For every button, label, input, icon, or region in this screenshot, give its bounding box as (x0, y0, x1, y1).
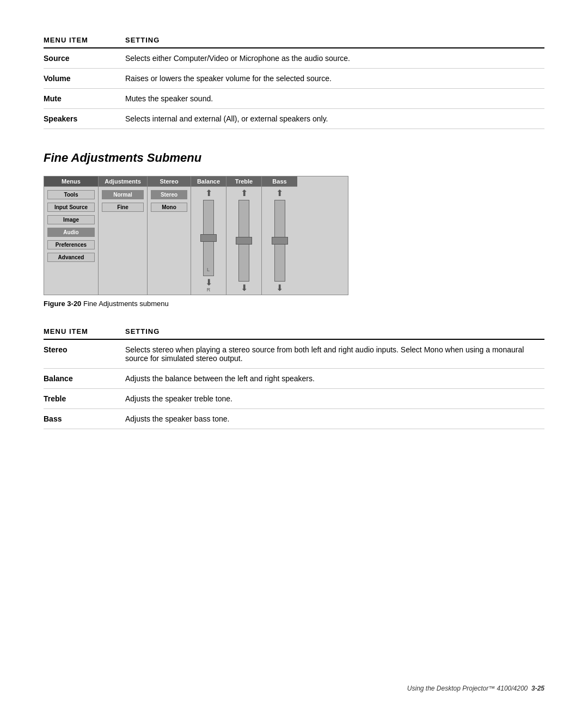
balance-slider-area: ⬆ L ⬇ R (191, 187, 226, 295)
balance-thumb[interactable] (200, 234, 217, 242)
setting-text: Raises or lowers the speaker volume for … (114, 69, 544, 89)
menus-panel: Menus ToolsInput SourceImageAudioPrefere… (44, 176, 99, 295)
setting-text: Adjusts the speaker bass tone. (114, 409, 544, 429)
menu-item-label: Source (44, 48, 114, 69)
menu-item-label: Stereo (44, 339, 114, 369)
adj-item[interactable]: Normal (102, 190, 144, 199)
menu-item-btn[interactable]: Preferences (47, 240, 95, 249)
fine-adjustments-diagram: Menus ToolsInput SourceImageAudioPrefere… (44, 176, 348, 295)
setting-text: Adjusts the balance between the left and… (114, 369, 544, 389)
adj-items: NormalFine (99, 187, 147, 215)
bass-panel: Bass ⬆ ⬇ (262, 176, 297, 295)
adj-item[interactable]: Fine (102, 203, 144, 212)
treble-panel: Treble ⬆ ⬇ (226, 176, 262, 295)
figure-text: Fine Adjustments submenu (83, 300, 169, 308)
menu-item-btn[interactable]: Audio (47, 228, 95, 237)
stereo-header: Stereo (148, 176, 191, 187)
balance-panel: Balance ⬆ L ⬇ R (191, 176, 226, 295)
treble-arrow-down: ⬇ (241, 284, 248, 292)
menus-header: Menus (44, 176, 98, 187)
stereo-item[interactable]: Stereo (151, 190, 187, 199)
menu-item-btn[interactable]: Advanced (47, 253, 95, 262)
table-row: Mute Mutes the speaker sound. (44, 89, 544, 109)
menu-item-label: Volume (44, 69, 114, 89)
table-row: Treble Adjusts the speaker treble tone. (44, 389, 544, 409)
balance-arrow-down: ⬇ (205, 278, 212, 287)
treble-slider-area: ⬆ ⬇ (226, 187, 261, 295)
menu-item-label: Mute (44, 89, 114, 109)
setting-text: Mutes the speaker sound. (114, 89, 544, 109)
balance-arrow-up: ⬆ (205, 189, 212, 198)
bottom-col1-header: MENU ITEM (44, 324, 114, 339)
figure-number: Figure 3-20 (44, 300, 81, 308)
bass-thumb[interactable] (272, 237, 288, 245)
bass-slider-area: ⬆ ⬇ (262, 187, 297, 295)
bass-track (274, 200, 285, 282)
bass-arrow-up: ⬆ (276, 189, 283, 198)
section-heading: Fine Adjustments Submenu (44, 151, 544, 165)
setting-text: Selects internal and external (All), or … (114, 109, 544, 129)
table-row: Speakers Selects internal and external (… (44, 109, 544, 129)
setting-text: Selects stereo when playing a stereo sou… (114, 339, 544, 369)
menu-item-label: Balance (44, 369, 114, 389)
figure-caption: Figure 3-20 Fine Adjustments submenu (44, 300, 544, 308)
table-row: Balance Adjusts the balance between the … (44, 369, 544, 389)
menus-items: ToolsInput SourceImageAudioPreferencesAd… (44, 187, 98, 265)
treble-thumb[interactable] (236, 237, 252, 245)
footer-text: Using the Desktop Projector™ 4100/4200 (407, 685, 528, 692)
top-menu-table: MENU ITEM SETTING Source Selects either … (44, 33, 544, 129)
footer-page: 3-25 (531, 685, 544, 692)
setting-text: Selects either Computer/Video or Microph… (114, 48, 544, 69)
setting-text: Adjusts the speaker treble tone. (114, 389, 544, 409)
adjustments-panel: Adjustments NormalFine (99, 176, 148, 295)
table-row: Source Selects either Computer/Video or … (44, 48, 544, 69)
table-row: Volume Raises or lowers the speaker volu… (44, 69, 544, 89)
balance-label-r: R (207, 287, 211, 292)
top-col2-header: SETTING (114, 33, 544, 48)
menu-item-btn[interactable]: Input Source (47, 203, 95, 212)
stereo-item[interactable]: Mono (151, 203, 187, 212)
bass-arrow-down: ⬇ (276, 284, 283, 292)
adjustments-header: Adjustments (99, 176, 147, 187)
bottom-menu-table: MENU ITEM SETTING Stereo Selects stereo … (44, 324, 544, 429)
menu-item-label: Treble (44, 389, 114, 409)
treble-track (238, 200, 249, 282)
stereo-panel: Stereo StereoMono (148, 176, 191, 295)
menu-item-label: Bass (44, 409, 114, 429)
treble-header: Treble (226, 176, 261, 187)
balance-header: Balance (191, 176, 226, 187)
top-col1-header: MENU ITEM (44, 33, 114, 48)
table-row: Stereo Selects stereo when playing a ste… (44, 339, 544, 369)
treble-arrow-up: ⬆ (241, 189, 248, 198)
balance-track: L (203, 200, 214, 276)
table-row: Bass Adjusts the speaker bass tone. (44, 409, 544, 429)
bass-header: Bass (262, 176, 297, 187)
balance-label-l: L (207, 267, 210, 272)
menu-item-btn[interactable]: Tools (47, 190, 95, 199)
menu-item-label: Speakers (44, 109, 114, 129)
stereo-items: StereoMono (148, 187, 191, 215)
menu-item-btn[interactable]: Image (47, 215, 95, 224)
bottom-col2-header: SETTING (114, 324, 544, 339)
page-footer: Using the Desktop Projector™ 4100/4200 3… (407, 685, 544, 692)
